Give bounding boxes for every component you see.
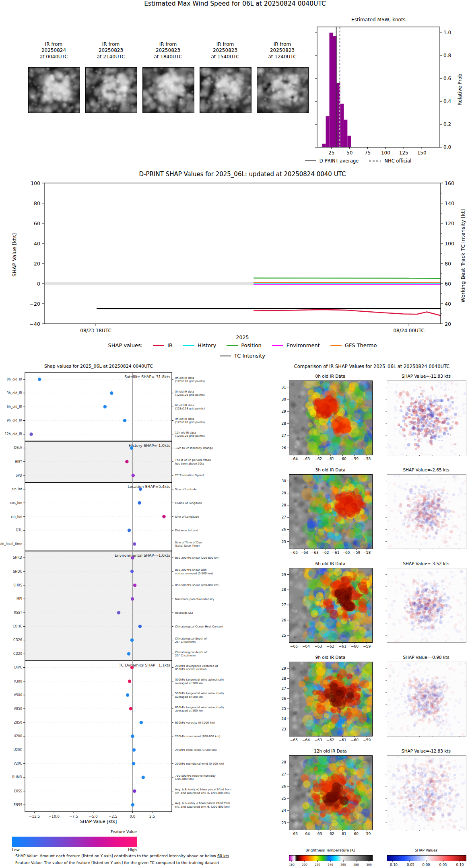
shap-dot-v300 bbox=[128, 680, 131, 683]
timeseries-ytick-right-label: 100 bbox=[445, 241, 454, 247]
feature-label: U20C bbox=[13, 748, 22, 752]
shap-dot-shrs bbox=[133, 584, 136, 587]
shap-map-title: SHAP Value=-2.65 kts bbox=[403, 467, 449, 472]
timeseries-ytick-left-label: 60 bbox=[34, 220, 40, 226]
feature-description: (Local Solar Time) bbox=[175, 544, 200, 547]
feature-description: 850-500hPa shear (200-800 km) bbox=[175, 584, 220, 587]
ir-thumbnail-label: IR from20250823at 2140UTC bbox=[81, 41, 140, 60]
feature-label: MPI bbox=[16, 597, 22, 601]
lat-tick-label: 29 bbox=[282, 491, 287, 495]
feature-description: Sine of Longitude bbox=[175, 515, 199, 518]
lon-tick-label: −63 bbox=[314, 738, 322, 742]
lon-tick-label: −65 bbox=[290, 644, 298, 648]
feature-description: (128x128 grid points) bbox=[175, 380, 205, 383]
timeseries-ytick-left-label: 80 bbox=[34, 200, 40, 206]
feature-description: 20° C isotherm bbox=[175, 654, 196, 657]
feature-label: 12h_old_IR bbox=[5, 432, 23, 436]
lat-tick-label: 24 bbox=[282, 808, 287, 812]
shap-dot-z850 bbox=[140, 721, 143, 724]
lon-tick-label: −60 bbox=[351, 738, 359, 742]
lat-tick-label: 29 bbox=[282, 666, 287, 671]
histogram-bar bbox=[340, 104, 344, 147]
lat-tick-label: 30 bbox=[282, 397, 287, 401]
histogram-bar bbox=[344, 120, 347, 147]
feature-description: (200-800 km) bbox=[175, 777, 194, 781]
shap-map-title: SHAP Value=-12.83 kts bbox=[402, 749, 451, 753]
histogram-xtick-label: 25 bbox=[328, 150, 334, 156]
lat-tick-label: 25 bbox=[282, 707, 286, 711]
dotplot-xtick-label: −7.5 bbox=[69, 815, 78, 819]
timeseries-ytick-right-label: 80 bbox=[445, 261, 451, 267]
feature-label: 3h_old_IR bbox=[7, 391, 23, 395]
lat-tick-label: 26 bbox=[282, 784, 287, 788]
lon-tick-label: −64 bbox=[301, 551, 308, 555]
feature-description: Avg. Δ θₑ (only +) btwn parcel lifted fr… bbox=[175, 788, 231, 791]
shap-dot-dtl bbox=[128, 529, 131, 532]
feature-description: sfc. and saturated env. θₑ (200-800 km) bbox=[175, 792, 230, 795]
histogram-ytick-label: 0.6 bbox=[443, 76, 451, 81]
series-line-position bbox=[254, 278, 441, 278]
feature-label: HIST bbox=[15, 460, 22, 464]
feature-description: averaged at 500 km bbox=[175, 682, 203, 685]
lat-tick-label: 25 bbox=[282, 796, 286, 800]
shap-map-title: SHAP Value=-11.83 kts bbox=[402, 374, 451, 378]
shap-dot-cd26 bbox=[130, 638, 134, 642]
timeseries-ytick-left-label: −40 bbox=[30, 321, 40, 327]
ir-thumbnail-image bbox=[257, 67, 309, 113]
shap-dot-delv bbox=[130, 446, 133, 449]
histogram-xtick-label: 50 bbox=[346, 150, 352, 156]
lon-tick-label: −64 bbox=[302, 738, 310, 742]
timeseries-ytick-left-label: 20 bbox=[34, 261, 40, 267]
lat-tick-label: 28 bbox=[282, 760, 287, 764]
lon-tick-label: −59 bbox=[363, 738, 371, 742]
shap-dot-v20c bbox=[132, 762, 135, 765]
timeseries-ytick-right-label: 20 bbox=[445, 321, 451, 327]
feature-description: vortex removed (0-500 km) bbox=[175, 572, 213, 575]
feature-label: SPD bbox=[16, 474, 22, 477]
shap-value-map bbox=[387, 662, 466, 736]
lon-tick-label: −65 bbox=[290, 832, 298, 836]
lon-tick-label: −60 bbox=[339, 457, 346, 461]
ir-thumbnail-image bbox=[200, 67, 251, 113]
lat-tick-label: 28 bbox=[282, 422, 287, 426]
feature-label: DTL bbox=[16, 529, 22, 532]
bt-colorbar-tick-label: 280 bbox=[353, 863, 359, 866]
lat-tick-label: 23 bbox=[282, 821, 286, 825]
histogram-bar bbox=[326, 116, 330, 147]
ir-thumbnail-image bbox=[85, 67, 137, 113]
feature-description: The # of 6h periods VMAX bbox=[175, 459, 211, 462]
lon-tick-label: −62 bbox=[327, 738, 334, 742]
feature-description: 200hPa zonal wind (0-500 km) bbox=[175, 749, 217, 752]
zero-shap-band bbox=[45, 282, 254, 285]
feature-description: 300hPa tangential wind azimuthally bbox=[175, 678, 224, 681]
feature-description: 850-200hPa shear with bbox=[175, 568, 206, 572]
timeseries-ytick-left-label: 0 bbox=[37, 281, 40, 287]
feature-label: ENSS bbox=[14, 803, 22, 807]
shap-dot-sin_lat bbox=[139, 487, 142, 491]
lat-tick-label: 27 bbox=[282, 687, 286, 691]
feature-label: sin_lat bbox=[12, 487, 22, 491]
lat-tick-label: 27 bbox=[282, 772, 286, 776]
shap-colorbar-tick-label: 0.05 bbox=[439, 863, 447, 867]
timeseries-ytick-right-label: 60 bbox=[445, 281, 451, 287]
lon-tick-label: −61 bbox=[339, 832, 346, 836]
shap-dot-enss bbox=[131, 803, 134, 806]
lon-tick-label: −61 bbox=[332, 551, 339, 555]
histogram-bar bbox=[347, 136, 351, 147]
lat-tick-label: 26 bbox=[282, 618, 287, 622]
feature-label: DIVC bbox=[14, 666, 22, 669]
shap-colorbar-tick-label: 0.00 bbox=[423, 863, 430, 867]
lon-tick-label: −59 bbox=[363, 644, 371, 648]
lat-tick-label: 23 bbox=[282, 727, 286, 731]
lat-tick-label: 27 bbox=[282, 434, 286, 438]
feature-description: (128x128 grid points) bbox=[175, 393, 205, 397]
ir-data-map bbox=[289, 755, 373, 830]
feature-label: DELV bbox=[14, 446, 23, 450]
section-shap-label: Location SHAP=5.4kts bbox=[128, 484, 170, 489]
shap-value-map bbox=[387, 568, 466, 643]
ir-data-map bbox=[289, 381, 373, 455]
lat-tick-label: 27 bbox=[282, 515, 286, 519]
histogram-ytick-label: 0.8 bbox=[443, 53, 451, 58]
lon-tick-label: −62 bbox=[327, 832, 334, 836]
bt-colorbar-tick-label: 220 bbox=[315, 863, 320, 866]
